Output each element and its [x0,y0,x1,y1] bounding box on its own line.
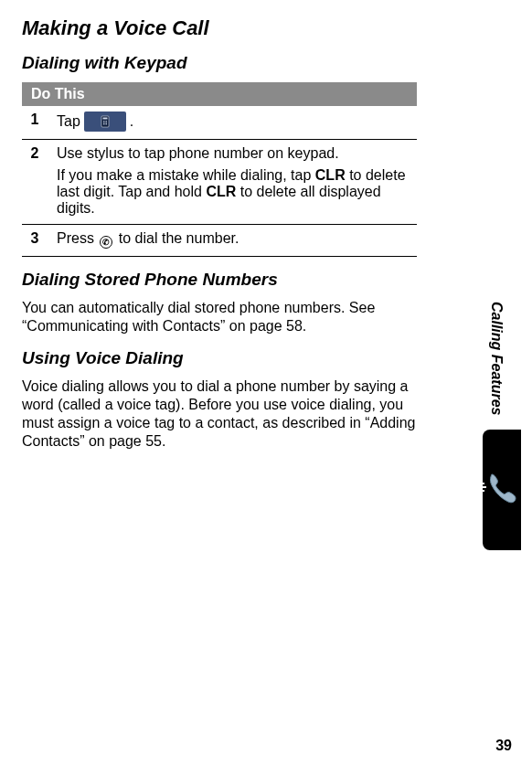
send-key-icon: ✆ [100,236,112,249]
telephone-icon [472,462,519,513]
page-content: Making a Voice Call Dialing with Keypad … [0,0,439,451]
step-number: 1 [22,106,48,140]
svg-point-8 [103,123,104,124]
step-text: to dial the number. [114,230,239,246]
svg-rect-1 [102,118,107,120]
side-tab-label: Calling Features [488,302,505,415]
step-text: Use stylus to tap phone number on keypad… [57,145,408,162]
svg-point-5 [103,122,104,123]
steps-table: Do This 1 Tap . 2 Use stylus to tap phon… [22,82,417,257]
step-text: Press [57,230,98,246]
svg-point-2 [103,121,104,122]
table-row: 3 Press ✆ to dial the number. [22,225,417,257]
step-cell: Tap . [48,106,417,140]
step-number: 3 [22,225,48,257]
section-body-stored: You can automatically dial stored phone … [22,299,417,335]
svg-point-9 [104,123,105,124]
phone-keypad-icon [84,112,126,132]
table-row: 1 Tap . [22,106,417,140]
svg-point-7 [106,122,107,123]
step-paragraph: If you make a mistake while dialing, tap… [57,167,408,217]
section-body-voice: Voice dialing allows you to dial a phone… [22,377,417,451]
step-text: . [130,113,133,130]
key-label: CLR [206,184,236,199]
page-number: 39 [495,738,512,754]
text-fragment: If you make a mistake while dialing, tap [57,167,315,183]
svg-point-10 [106,123,107,124]
section-heading-keypad: Dialing with Keypad [22,53,417,73]
step-cell: Press ✆ to dial the number. [48,225,417,257]
table-row: 2 Use stylus to tap phone number on keyp… [22,140,417,225]
step-text: Tap [57,113,80,130]
section-heading-voice: Using Voice Dialing [22,348,417,368]
step-number: 2 [22,140,48,225]
page-title: Making a Voice Call [22,16,417,40]
table-header: Do This [22,82,417,106]
svg-point-4 [106,121,107,122]
key-label: CLR [315,167,346,183]
svg-point-3 [104,121,105,122]
svg-point-6 [104,122,105,123]
section-heading-stored: Dialing Stored Phone Numbers [22,270,417,290]
step-cell: Use stylus to tap phone number on keypad… [48,140,417,225]
